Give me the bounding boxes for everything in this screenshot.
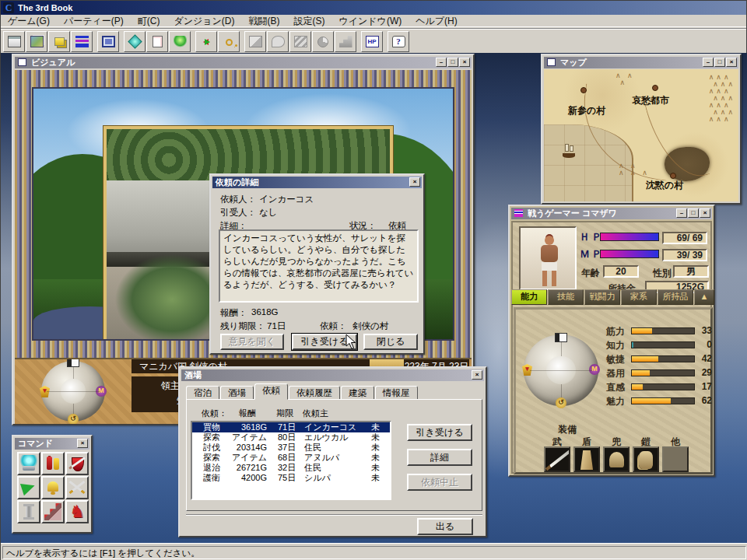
bottles-icon-button[interactable] — [41, 452, 65, 475]
close-icon[interactable]: × — [459, 58, 470, 67]
tavern-tab-5[interactable]: 情報屋 — [375, 386, 418, 400]
menu-item-1[interactable]: パーティー(P) — [57, 15, 131, 27]
close-button[interactable]: 閉じる — [363, 334, 418, 350]
close-icon[interactable]: × — [726, 58, 737, 67]
minimize-icon[interactable]: – — [436, 58, 447, 67]
close-icon[interactable]: × — [409, 177, 420, 187]
menu-item-6[interactable]: ウインドウ(W) — [331, 15, 409, 27]
move-arrow-icon-button[interactable] — [17, 476, 40, 499]
village-dot[interactable] — [580, 87, 587, 93]
minimize-icon[interactable]: – — [676, 208, 687, 218]
new-window-icon-button[interactable] — [3, 31, 25, 52]
equip-slot-2[interactable] — [603, 446, 630, 472]
menu-item-3[interactable]: ダンジョン(D) — [167, 15, 241, 27]
exit-button[interactable]: 出る — [417, 518, 473, 535]
map-title-bar[interactable]: マップ – □ × — [544, 57, 738, 68]
menu-item-2[interactable]: 町(C) — [131, 15, 167, 27]
collapse-arrow-icon[interactable]: ▲ — [694, 289, 714, 305]
character-title-bar[interactable]: 戦うゲーマー コマザワ – □ × — [511, 208, 712, 219]
equip-slot-0[interactable] — [544, 446, 570, 472]
help-icon: ? — [392, 36, 405, 47]
item-box-icon-button[interactable] — [244, 31, 266, 52]
quest-giver-value: 剣侠の村 — [352, 320, 388, 332]
char-tab-1[interactable]: 技能 — [548, 289, 584, 305]
command-title-bar[interactable]: コマンド × — [15, 438, 89, 450]
visual-icon-button[interactable] — [26, 31, 47, 52]
ability-orb[interactable]: ▾ M ↺ — [524, 334, 598, 406]
map-canvas[interactable]: ∧∧∧ ∧∧∧ ∧∧∧ ∧∧∧ ∧∧∧ ∧∧∧ ∧∧∧ ∧ ∧ ∧ ∧ ∧ ∧ … — [544, 69, 738, 201]
tavern-tab-4[interactable]: 建築 — [341, 386, 374, 400]
quest-description[interactable]: インカーコスっていう女性が、サレットを探しているらしい。どうやら、自分でも探した… — [219, 229, 419, 303]
horse-icon-button[interactable]: ♞ — [65, 500, 89, 523]
shield-sword-icon-button[interactable] — [65, 452, 89, 475]
equip-slot-4[interactable] — [662, 446, 689, 472]
stat-bar-1 — [631, 341, 695, 348]
opinion-button[interactable]: 意見を聞く — [220, 334, 284, 350]
key-icon-button[interactable] — [218, 31, 240, 52]
party-list-icon-button[interactable] — [71, 31, 93, 52]
main-title-bar[interactable]: C The 3rd Book — [1, 1, 746, 15]
magic-icon[interactable]: M — [96, 386, 107, 397]
equip-slot-1[interactable] — [573, 446, 600, 472]
menu-item-7[interactable]: ヘルプ(H) — [409, 15, 465, 27]
bell-icon-button[interactable] — [41, 476, 65, 499]
visual-title-bar[interactable]: ビジュアル – □ × — [15, 57, 472, 68]
menu-item-0[interactable]: ゲーム(G) — [1, 15, 57, 27]
close-icon[interactable]: × — [472, 370, 482, 380]
crossed-swords-icon-button[interactable] — [65, 476, 89, 499]
swirl-icon[interactable]: ↺ — [556, 397, 566, 408]
tavern-tab-2[interactable]: 依頼 — [254, 383, 288, 400]
village-dot[interactable] — [670, 173, 676, 179]
notepad-icon-button[interactable] — [146, 31, 168, 52]
character-window: 戦うゲーマー コマザワ – □ × ＨＰ 69/ 69 ＭＰ 39/ 39 年齢… — [508, 205, 715, 477]
minimize-icon[interactable]: – — [703, 58, 714, 67]
compass-star-icon-button[interactable] — [124, 31, 146, 52]
char-tab-4[interactable]: 所持品 — [658, 289, 693, 305]
tavern-tab-3[interactable]: 依頼履歴 — [289, 386, 340, 400]
quest-row-1[interactable]: 探索アイテム80日エルウカル未 — [192, 432, 390, 443]
diagonal-stripe-icon-button[interactable] — [289, 31, 311, 52]
quest-row-4[interactable]: 退治26721G32日住民未 — [192, 463, 390, 473]
trade-arrows-icon-button[interactable] — [195, 31, 217, 52]
tavern-title-bar[interactable]: 酒場 × — [181, 369, 484, 381]
char-tab-2[interactable]: 戦闘力 — [584, 289, 620, 305]
pie-chart-icon-button[interactable] — [312, 31, 334, 52]
green-lamp-icon-button[interactable] — [169, 31, 191, 52]
maximize-icon[interactable]: □ — [688, 208, 699, 218]
speech-bubble-icon-button[interactable] — [267, 31, 289, 52]
fountain-icon-button[interactable] — [17, 452, 40, 475]
city-dot[interactable] — [652, 85, 658, 91]
menu-item-5[interactable]: 設定(S) — [286, 15, 331, 27]
shield-icon[interactable]: ▾ — [40, 386, 50, 397]
quest-row-3[interactable]: 探索アイテム68日アヌルパ未 — [192, 453, 390, 463]
hp-value: 69/ 69 — [662, 232, 707, 244]
dialog-title-bar[interactable]: 依頼の詳細 × — [212, 177, 422, 188]
stairs-icon-button[interactable] — [335, 31, 356, 52]
gold-cards-icon-button[interactable] — [48, 31, 70, 52]
quest-row-5[interactable]: 護衛4200G75日シルパ未 — [192, 473, 390, 483]
maximize-icon[interactable]: □ — [447, 58, 458, 67]
quest-row-0[interactable]: 買物3618G71日インカーコス未 — [192, 422, 390, 432]
quest-list[interactable]: 買物3618G71日インカーコス未探索アイテム80日エルウカル未討伐20314G… — [191, 421, 391, 500]
camera-icon[interactable] — [555, 333, 567, 342]
menu-item-4[interactable]: 戦闘(B) — [241, 15, 286, 27]
shield-icon[interactable]: ▾ — [522, 364, 532, 376]
quest-row-2[interactable]: 討伐20314G37日住民未 — [192, 443, 390, 453]
maximize-icon[interactable]: □ — [714, 58, 725, 67]
help-icon-button[interactable]: ? — [388, 31, 409, 52]
tavern-tab-1[interactable]: 酒場 — [220, 386, 254, 400]
tavern-tab-0[interactable]: 宿泊 — [186, 386, 219, 400]
cmd-stairs-icon-button[interactable] — [41, 500, 65, 523]
equip-slot-3[interactable] — [633, 446, 659, 472]
char-tab-0[interactable]: 能力 — [511, 289, 547, 305]
camera-icon[interactable] — [67, 358, 79, 367]
hp-monitor-icon-button[interactable]: HP — [361, 31, 383, 52]
pillar-icon-button[interactable] — [17, 500, 40, 523]
swirl-icon[interactable]: ↺ — [68, 414, 79, 424]
command-orb[interactable]: ▾ M ↺ — [41, 361, 105, 422]
close-icon[interactable]: × — [700, 208, 710, 218]
close-icon[interactable]: × — [77, 439, 88, 448]
char-tab-3[interactable]: 家系 — [621, 289, 657, 305]
picture-frame-icon-button[interactable] — [97, 31, 119, 52]
magic-icon[interactable]: M — [589, 364, 600, 375]
